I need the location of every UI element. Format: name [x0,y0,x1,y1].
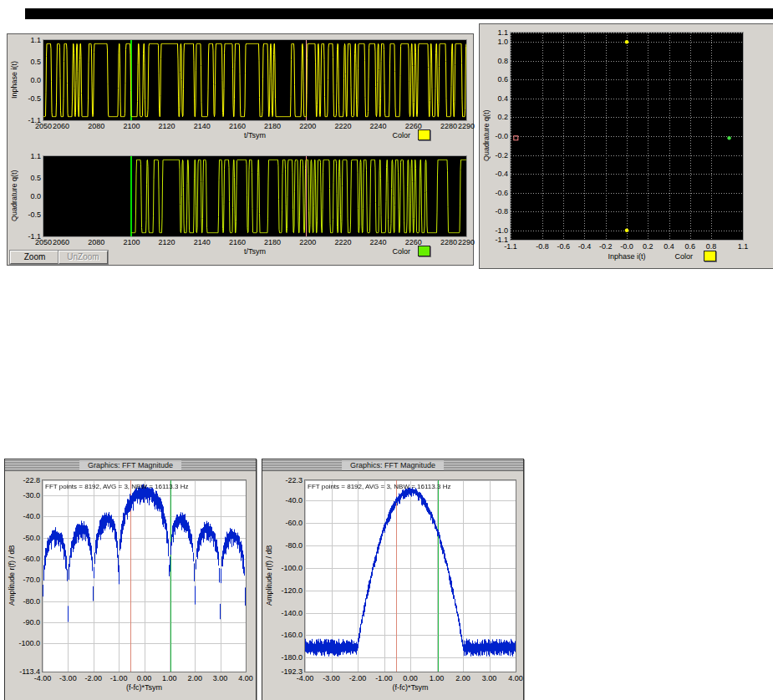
tick-label: -2.00 [84,674,102,682]
tick-label: -0.6 [557,242,570,251]
tick-label: 1.1 [497,28,508,37]
tick-label: -2.00 [349,674,367,682]
tick-label: -0.2 [495,151,508,160]
tick-label: 2280 [440,238,457,246]
tick-label: 2080 [88,238,104,246]
tick-label: -90.0 [23,618,40,626]
inphase-x-ticks: 2050206020802100212021402160218022002220… [43,122,466,130]
tick-label: -180.0 [281,653,303,662]
tick-label: 2160 [229,238,246,246]
tick-label: -40.0 [23,512,40,520]
quadrature-plot[interactable] [43,155,467,237]
fft1-canvas[interactable] [43,480,246,672]
fft1-x-ticks: -4.00-3.00-2.00-1.000.001.002.003.004.00 [43,674,246,682]
tick-label: 2050 [35,238,52,246]
tick-label: -4.00 [297,674,314,682]
tick-label: -0.5 [28,94,41,103]
tick-label: 2240 [370,122,387,130]
tick-label: -3.00 [59,674,77,682]
fft2-title: Graphics: FFT Magnitude [342,460,444,469]
tick-label: 2060 [53,122,69,130]
fft1-title: Graphics: FFT Magnitude [79,460,181,469]
tick-label: 2100 [123,238,140,246]
tick-label: -1.1 [504,242,517,251]
tick-label: 2160 [229,122,246,130]
tick-label: -0.6 [495,189,508,197]
tick-label: -100.0 [281,564,303,572]
quadrature-color-swatch[interactable] [418,246,430,256]
fft2-plot[interactable]: FFT points = 8192, AVG = 3, NBW = 16113.… [304,479,516,672]
tick-label: 2120 [159,238,175,246]
tick-label: 1.00 [430,674,445,682]
tick-label: 3.00 [213,674,228,682]
tick-label: 2100 [123,122,140,130]
constellation-plot[interactable] [510,32,744,241]
tick-label: 0.4 [497,94,508,103]
tick-label: -0.5 [28,211,41,219]
tick-label: 2290 [458,238,475,246]
fft1-title-bar[interactable]: Graphics: FFT Magnitude [5,459,256,471]
constellation-panel: Quadrature q(t) 1.11.00.80.60.40.2-0.0-0… [479,23,773,269]
screen: Inphase i(t) 1.10.50.0-0.5-1.1 205020602… [0,0,773,700]
fft2-x-ticks: -4.00-3.00-2.00-1.000.001.002.003.004.00 [305,674,516,682]
fft2-x-axis-label: (f-fc)*Tsym [305,683,516,692]
tick-label: 2140 [194,122,211,130]
tick-label: 0.6 [497,75,508,84]
inphase-y-axis-label: Inphase i(t) [10,39,20,119]
tick-label: 0.4 [664,242,674,251]
tick-label: -22.8 [23,476,40,484]
fft2-annotation: FFT points = 8192, AVG = 3, NBW = 16113.… [308,483,450,490]
tick-label: -120.0 [281,586,303,595]
tick-label: 2240 [370,238,387,246]
fft2-title-bar[interactable]: Graphics: FFT Magnitude [262,459,523,471]
tick-label: -50.0 [23,534,40,542]
tick-label: 0.2 [497,113,508,121]
tick-label: -140.0 [281,609,303,617]
tick-label: 0.0 [30,192,41,200]
tick-label: -0.0 [620,242,633,251]
tick-label: 2280 [440,122,457,130]
tick-label: 2180 [264,122,281,130]
tick-label: 1.1 [30,36,41,44]
tick-label: -80.0 [23,597,40,606]
tick-label: -80.0 [285,541,303,550]
zoom-button[interactable]: Zoom [10,251,59,264]
tick-label: -1.0 [495,226,508,235]
tick-label: 2060 [53,238,69,246]
fft1-plot[interactable]: FFT points = 8192, AVG = 3, NBW = 16113.… [42,479,247,672]
tick-label: 2.00 [455,674,470,682]
fft2-canvas[interactable] [305,480,516,672]
quadrature-y-axis-label: Quadrature q(t) [10,155,20,236]
tick-label: 2180 [264,238,281,246]
tick-label: 1.0 [497,38,508,46]
tick-label: -160.0 [281,631,303,639]
tick-label: 2120 [159,122,175,130]
tick-label: 0.2 [643,242,653,251]
tick-label: -40.0 [285,496,303,505]
tick-label: -70.0 [23,576,40,584]
tick-label: 0.8 [497,57,508,65]
tick-label: -0.8 [536,242,549,251]
tick-label: 0.5 [30,58,41,66]
time-domain-panel: Inphase i(t) 1.10.50.0-0.5-1.1 205020602… [7,33,474,266]
tick-label: -4.00 [34,674,52,682]
constellation-color-swatch[interactable] [704,251,716,261]
tick-label: 2080 [88,122,104,130]
inphase-canvas[interactable] [43,40,466,120]
tick-label: -22.3 [285,476,303,484]
inphase-plot[interactable] [43,39,467,121]
inphase-color-swatch[interactable] [418,129,430,140]
tick-label: -0.0 [495,132,508,140]
constellation-x-ticks: -1.1-0.8-0.6-0.4-0.2-0.00.20.40.60.81.1 [511,242,743,251]
tick-label: 0.6 [685,242,696,251]
tick-label: -100.0 [18,639,40,647]
constellation-color-label: Color [643,252,693,261]
quadrature-y-ticks: 1.10.50.0-0.5-1.1 [21,156,41,236]
tick-label: -0.4 [578,242,592,251]
unzoom-button[interactable]: UnZoom [58,251,108,264]
constellation-canvas[interactable] [511,33,743,240]
quadrature-canvas[interactable] [43,156,466,236]
tick-label: -60.0 [23,555,40,563]
top-black-bar [25,8,773,19]
tick-label: 0.00 [137,674,152,682]
